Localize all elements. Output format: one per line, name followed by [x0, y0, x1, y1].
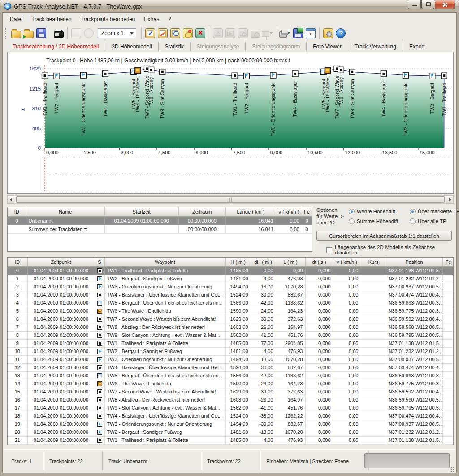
- chart-window-button[interactable]: [304, 27, 317, 39]
- waypoint-cell: TW2 - Bergauf : Sandiger Fußweg: [104, 428, 225, 436]
- summary-col-header[interactable]: Fc: [302, 207, 312, 216]
- tab-statistik[interactable]: Statistik: [159, 42, 191, 51]
- menu-item-datei[interactable]: Datei: [5, 14, 27, 25]
- radio-ueber-alle-tp[interactable]: Über alle TP: [410, 217, 459, 226]
- save-file-button[interactable]: [35, 27, 48, 39]
- time-axis-checkbox[interactable]: [326, 247, 332, 253]
- help-button[interactable]: [334, 27, 347, 39]
- resize-grip[interactable]: [451, 467, 455, 472]
- table-row[interactable]: 901.04.2009 01:00:00.000TW1 - Trailhead …: [8, 339, 454, 347]
- open-file-button[interactable]: [10, 27, 22, 39]
- waypoint-col-header[interactable]: Zeitpunkt: [27, 258, 95, 266]
- print-button[interactable]: [279, 27, 292, 39]
- edit-trackpoints-button[interactable]: [156, 27, 169, 39]
- waypoint-cell: 1562,00: [225, 331, 251, 339]
- menu-item-track-bearbeiten[interactable]: Track bearbeiten: [27, 14, 76, 25]
- tab-3d-h-henmodell[interactable]: 3D Höhenmodell: [105, 42, 158, 51]
- table-row[interactable]: 1201.04.2009 01:00:00.000TW4 - Basislage…: [8, 363, 454, 371]
- edit-track-button[interactable]: [144, 27, 156, 39]
- radio-ueber-markierte-tp[interactable]: Über markierte TP: [410, 207, 459, 216]
- table-row[interactable]: 1801.04.2009 01:00:00.000TW4 - Basislage…: [8, 412, 454, 420]
- waypoint-col-header[interactable]: dH ( m ): [251, 258, 276, 266]
- elevation-chart[interactable]: Trackpoint 0 | Höhe 1485,00 m | Geschwin…: [8, 52, 453, 193]
- waypoint-cell: 372,63: [276, 315, 305, 323]
- waypoint-col-header[interactable]: L ( m ): [276, 258, 305, 266]
- tab-track-verwaltung[interactable]: Track-Verwaltung: [348, 42, 403, 51]
- table-row[interactable]: 601.04.2009 01:00:00.000TW7 - Second Wav…: [8, 315, 454, 323]
- table-row[interactable]: 401.04.2009 01:00:00.000TW5 - Bergauf : …: [8, 299, 454, 307]
- table-row[interactable]: 801.04.2009 01:00:00.000TW9 - Slot Canyo…: [8, 331, 454, 339]
- settings-button[interactable]: [322, 27, 334, 39]
- waypoint-col-header[interactable]: dt ( s ): [305, 258, 333, 266]
- waypoint-col-header[interactable]: ID: [8, 258, 27, 266]
- summary-col-header[interactable]: ID: [8, 207, 26, 216]
- table-row[interactable]: 201.04.2009 01:00:00.000TW3 - Orientieru…: [8, 283, 454, 291]
- waypoint-col-header[interactable]: v ( km/h ): [333, 258, 361, 266]
- summary-col-header[interactable]: Startzeit: [104, 207, 178, 216]
- table-row[interactable]: 1501.04.2009 01:00:00.000TW7 - Second Wa…: [8, 388, 454, 396]
- summary-col-header[interactable]: Name: [26, 207, 104, 216]
- gps-icon: [54, 31, 64, 38]
- delete-trackpoints-button[interactable]: [194, 27, 207, 39]
- table-row[interactable]: 1701.04.2009 01:00:00.000TW9 - Slot Cany…: [8, 404, 454, 412]
- table-row[interactable]: 2001.04.2009 01:00:00.000TW2 - Bergauf :…: [8, 428, 454, 436]
- time-axis-checkbox-row[interactable]: Längenachse des 2D-Modells als Zeitachse…: [326, 245, 454, 255]
- summary-col-header[interactable]: v ( km/h ): [276, 207, 302, 216]
- inspect-trackpoints-button[interactable]: [169, 27, 182, 39]
- waypoint-cell: TW5 - Bergauf : Über den Fels ist es lei…: [104, 299, 225, 307]
- waypoint-cell: N37 01.138 W112 01.5...: [386, 266, 442, 275]
- table-row[interactable]: 1101.04.2009 01:00:00.000TW3 - Orientier…: [8, 355, 454, 363]
- close-button[interactable]: [435, 0, 455, 9]
- scroll-left-arrow[interactable]: [8, 196, 15, 203]
- table-row[interactable]: 501.04.2009 01:00:00.000TW6 - The Wave :…: [8, 307, 454, 315]
- scroll-right-arrow[interactable]: [446, 196, 453, 203]
- svg-text:405: 405: [32, 126, 41, 131]
- table-row[interactable]: 301.04.2009 01:00:00.000TW4 - Basislager…: [8, 291, 454, 299]
- save-image-button[interactable]: [292, 27, 304, 39]
- table-row[interactable]: 1401.04.2009 01:00:00.000TW6 - The Wave …: [8, 380, 454, 388]
- route-tool-button[interactable]: [182, 27, 194, 39]
- waypoint-col-header[interactable]: Kurs: [361, 258, 386, 266]
- table-row[interactable]: 1001.04.2009 01:00:00.000TW2 - Bergauf :…: [8, 347, 454, 355]
- refresh-button: [82, 27, 95, 39]
- waypoint-col-header[interactable]: H ( m ): [225, 258, 251, 266]
- table-row[interactable]: 2101.04.2009 01:00:00.000TW1 - Trailhead…: [8, 436, 454, 444]
- zoom-level-select[interactable]: Zoom x 1: [98, 28, 136, 38]
- table-row[interactable]: 101.04.2009 01:00:00.000TW2 - Bergauf : …: [8, 275, 454, 283]
- waypoint-col-header[interactable]: Position: [386, 258, 442, 266]
- waypoint-col-header[interactable]: S: [95, 258, 104, 266]
- minimize-button[interactable]: [408, 0, 421, 9]
- tab-export[interactable]: Export: [403, 42, 431, 51]
- cursor-scale-button[interactable]: Cursorbereich im Achsenmaßstab 1:1 darst…: [316, 231, 452, 241]
- waypoint-col-header[interactable]: Waypoint: [104, 258, 225, 266]
- menu-item-extras[interactable]: Extras: [139, 14, 164, 25]
- tab-trackbearbeitung-2d-h-henmodell[interactable]: Trackbearbeitung / 2D Höhenmodell: [6, 42, 105, 51]
- summary-col-header[interactable]: Länge ( km ): [225, 207, 276, 216]
- titlebar[interactable]: GPS-Track-Analyse.NET - 4.7.3.7 - TheWav…: [0, 0, 459, 12]
- table-row[interactable]: 701.04.2009 01:00:00.000TW8 - Abstieg : …: [8, 323, 454, 331]
- radio-summe-hoehendiff[interactable]: Summe Höhendiff.: [349, 217, 406, 226]
- waypoint-col-header[interactable]: Fc: [442, 258, 454, 266]
- waypoint-cell: 164,97: [276, 323, 305, 331]
- scrollbar-thumb[interactable]: [16, 196, 445, 203]
- elevation-profile-panel[interactable]: Trackpoint 0 | Höhe 1485,00 m | Geschwin…: [7, 52, 454, 194]
- menu-item-?[interactable]: ?: [164, 14, 176, 25]
- summary-col-header[interactable]: Zeitraum: [178, 207, 225, 216]
- maximize-button[interactable]: [421, 0, 434, 9]
- menu-item-trackpoints-bearbeiten[interactable]: Trackpoints bearbeiten: [76, 14, 140, 25]
- chart-horizontal-scrollbar[interactable]: [7, 195, 454, 204]
- table-row[interactable]: 1601.04.2009 01:00:00.000TW8 - Abstieg :…: [8, 396, 454, 404]
- table-row[interactable]: 001.04.2009 01:00:00.000TW1 - Trailhead …: [8, 266, 454, 275]
- summary-row[interactable]: Summen der Trackdaten =00:00:00.00016,04…: [8, 225, 312, 233]
- table-row[interactable]: 1901.04.2009 01:00:00.000TW3 - Orientier…: [8, 420, 454, 428]
- table-row[interactable]: 1301.04.2009 01:00:00.000TW5 - Bergauf :…: [8, 371, 454, 380]
- waypoint-cell: 30,00: [251, 363, 276, 371]
- summary-row[interactable]: 0Unbenannt01.04.2009 01:00:00.00000:00:0…: [8, 216, 312, 225]
- scrollbar-track[interactable]: [15, 196, 446, 203]
- waypoint-cell: N36 59.863 W112 00.3...: [386, 371, 442, 380]
- tab-foto-viewer[interactable]: Foto Viewer: [307, 42, 348, 51]
- gps-device-button[interactable]: [52, 27, 65, 39]
- waypoint-cell: 17: [8, 404, 27, 412]
- radio-wahre-hoehendiff[interactable]: Wahre Höhendiff.: [349, 207, 406, 216]
- import-file-button[interactable]: [22, 27, 35, 39]
